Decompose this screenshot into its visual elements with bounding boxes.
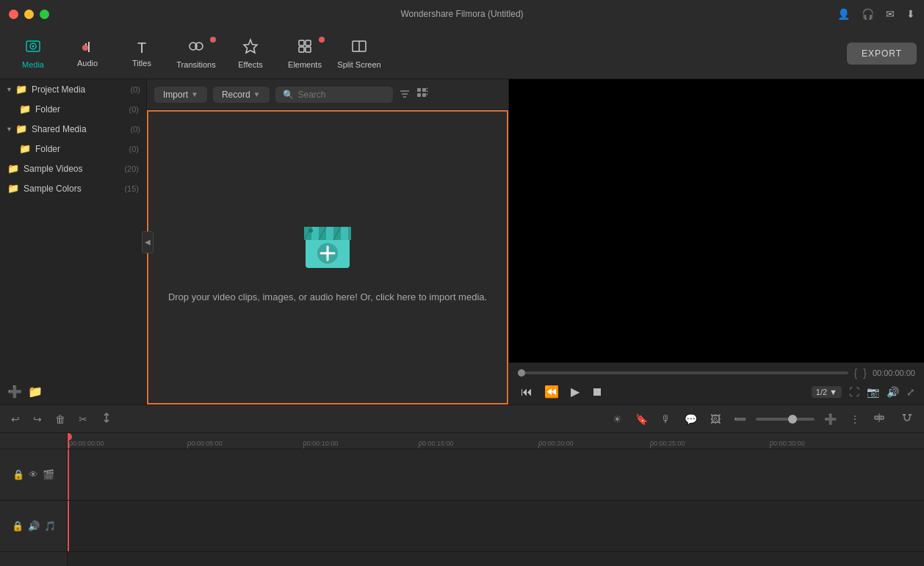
mail-icon[interactable]: ✉: [886, 8, 895, 20]
bookmark-icon[interactable]: 🔖: [632, 411, 652, 427]
record-button[interactable]: Record ▼: [213, 87, 270, 103]
window-controls: [9, 10, 49, 19]
preview-zoom-select[interactable]: 1/2 ▼: [812, 386, 842, 398]
sidebar-item-folder2[interactable]: 📁 Folder (0): [0, 139, 146, 159]
sidebar-collapse-button[interactable]: ◀: [142, 231, 154, 253]
project-media-count: (0): [131, 85, 140, 94]
svg-rect-18: [422, 93, 426, 97]
video-track-eye-icon[interactable]: 👁: [29, 469, 38, 480]
titles-icon: T: [137, 40, 146, 57]
folder-icon: 📁: [19, 143, 31, 154]
preview-panel: { } 00:00:00:00 ⏮ ⏪ ▶ ⏹ 1/2 ▼: [509, 79, 924, 404]
svg-rect-17: [417, 93, 421, 97]
minimize-button[interactable]: [24, 10, 34, 19]
account-icon[interactable]: 👤: [837, 8, 850, 20]
middle-section: ▼ 📁 Project Media (0) 📁 Folder (0) ▼ 📁 S…: [0, 79, 924, 404]
preview-progress-bar[interactable]: [518, 371, 848, 374]
timeline-ruler: 00:00:00:00 00:00:05:00 00:00:10:00 00:0…: [68, 433, 924, 449]
ruler-mark-0: 00:00:00:00: [69, 440, 104, 447]
sun-icon[interactable]: ☀: [609, 411, 626, 427]
expand-icon[interactable]: ⤢: [906, 386, 915, 398]
fullscreen-icon[interactable]: ⛶: [849, 386, 859, 398]
grid-view-icon[interactable]: [416, 87, 428, 101]
redo-button[interactable]: ↪: [29, 411, 46, 427]
close-button[interactable]: [9, 10, 18, 19]
snap-magnet-button[interactable]: [898, 410, 917, 428]
screenshot-icon[interactable]: 📷: [867, 386, 879, 398]
timeline-zoom-slider[interactable]: [756, 418, 815, 421]
thumbnail-icon[interactable]: 🖼: [707, 411, 724, 427]
toolbar-item-audio[interactable]: Audio: [62, 31, 113, 76]
sidebar-item-folder1[interactable]: 📁 Folder (0): [0, 99, 146, 119]
preview-controls: { } 00:00:00:00 ⏮ ⏪ ▶ ⏹ 1/2 ▼: [509, 363, 924, 404]
effects-icon: [242, 38, 259, 58]
titlebar: Wondershare Filmora (Untitled) 👤 🎧 ✉ ⬇: [0, 0, 924, 28]
media-drop-area[interactable]: Drop your video clips, images, or audio …: [147, 110, 508, 404]
audio-track-lock-icon[interactable]: 🔒: [12, 520, 24, 531]
import-dropdown-arrow: ▼: [191, 90, 198, 98]
download-icon[interactable]: ⬇: [906, 8, 915, 20]
sidebar-section-shared-media[interactable]: ▼ 📁 Shared Media (0): [0, 119, 146, 139]
media-icon: [25, 38, 41, 58]
split-screen-label: Split Screen: [337, 60, 380, 69]
voice-icon[interactable]: 🎙: [657, 411, 675, 427]
split-button[interactable]: [97, 410, 116, 428]
more-options-icon[interactable]: ⋮: [846, 411, 864, 427]
stop-button[interactable]: ⏹: [588, 384, 606, 400]
toolbar-item-elements[interactable]: Elements: [279, 31, 331, 76]
maximize-button[interactable]: [40, 10, 49, 19]
audio-track-header: 🔒 🔊 🎵: [0, 501, 67, 552]
undo-button[interactable]: ↩: [7, 411, 24, 427]
delete-button[interactable]: 🗑: [51, 411, 69, 427]
play-to-start-button[interactable]: ⏮: [518, 384, 535, 400]
toolbar-item-titles[interactable]: T Titles: [116, 31, 167, 76]
mark-out-button[interactable]: }: [863, 367, 867, 379]
video-track-lock-icon[interactable]: 🔒: [12, 469, 24, 480]
play-button[interactable]: ▶: [568, 383, 582, 400]
add-track-button[interactable]: [870, 410, 889, 428]
svg-rect-6: [299, 40, 304, 46]
caption-icon[interactable]: 💬: [681, 411, 701, 427]
search-icon: 🔍: [283, 90, 294, 100]
media-panel: Import ▼ Record ▼ 🔍: [147, 79, 509, 404]
folder-icon: 📁: [19, 104, 31, 115]
filter-icon[interactable]: [399, 87, 411, 101]
add-media-icon[interactable]: ➕: [7, 385, 22, 399]
transitions-label: Transitions: [176, 60, 215, 69]
import-button[interactable]: Import ▼: [154, 87, 207, 103]
record-dropdown-arrow: ▼: [253, 90, 261, 98]
zoom-in-icon[interactable]: ➕: [820, 411, 840, 427]
video-track-lane[interactable]: [68, 449, 924, 501]
zoom-dropdown-arrow: ▼: [829, 388, 837, 396]
search-bar[interactable]: 🔍: [275, 87, 393, 103]
media-label: Media: [22, 60, 44, 69]
audio-track-music-icon: 🎵: [44, 520, 56, 531]
transitions-icon: [188, 38, 204, 58]
audio-track-volume-icon[interactable]: 🔊: [28, 520, 40, 531]
volume-icon[interactable]: 🔊: [887, 386, 899, 398]
svg-point-19: [426, 88, 427, 90]
toolbar-item-media[interactable]: Media: [7, 31, 59, 76]
sidebar-section-project-media[interactable]: ▼ 📁 Project Media (0): [0, 79, 146, 99]
timeline-playhead-ruler: [68, 433, 69, 449]
svg-point-2: [32, 45, 35, 47]
effects-label: Effects: [238, 60, 262, 69]
zoom-out-icon[interactable]: ➖: [730, 411, 750, 427]
step-back-button[interactable]: ⏪: [541, 383, 562, 400]
toolbar-item-transitions[interactable]: Transitions: [170, 31, 222, 76]
sidebar-item-sample-videos[interactable]: 📁 Sample Videos (20): [0, 159, 146, 178]
export-button[interactable]: EXPORT: [847, 43, 917, 65]
headphones-icon[interactable]: 🎧: [862, 8, 874, 20]
timeline-section: ↩ ↪ 🗑 ✂ ☀ 🔖 🎙 💬 🖼 ➖: [0, 404, 924, 566]
sidebar-item-sample-colors[interactable]: 📁 Sample Colors (15): [0, 178, 146, 198]
toolbar-item-effects[interactable]: Effects: [225, 31, 276, 76]
mark-in-button[interactable]: {: [854, 367, 858, 379]
create-folder-icon[interactable]: 📁: [28, 385, 43, 399]
search-input[interactable]: [298, 90, 386, 100]
preview-playback-controls: ⏮ ⏪ ▶ ⏹: [518, 383, 606, 400]
cut-button[interactable]: ✂: [75, 411, 91, 427]
audio-track-lane[interactable]: [68, 501, 924, 552]
preview-progress-thumb: [518, 369, 525, 377]
toolbar-item-split-screen[interactable]: Split Screen: [333, 31, 385, 76]
folder-icon: 📁: [7, 163, 19, 174]
